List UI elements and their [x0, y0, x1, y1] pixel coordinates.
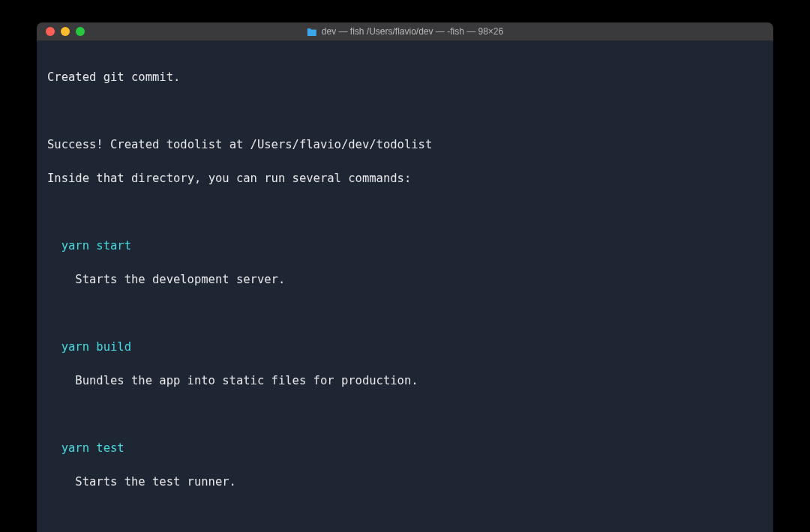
text: Bundles the app into static files for pr… [75, 374, 418, 387]
maximize-button[interactable] [76, 27, 85, 36]
folder-icon [307, 28, 317, 36]
output-line: Inside that directory, you can run sever… [47, 170, 763, 187]
command-line: yarn test [47, 440, 763, 456]
text: Success! Created todolist at /Users/flav… [47, 138, 432, 151]
close-button[interactable] [46, 27, 55, 36]
blank-line [47, 305, 763, 321]
window-title: dev — fish /Users/flavio/dev — -fish — 9… [322, 26, 503, 37]
traffic-lights [46, 27, 85, 36]
description-line: Bundles the app into static files for pr… [47, 372, 763, 389]
minimize-button[interactable] [61, 27, 70, 36]
blank-line [47, 204, 763, 220]
blank-line [47, 507, 763, 524]
terminal-window: dev — fish /Users/flavio/dev — -fish — 9… [37, 22, 773, 532]
blank-line [47, 406, 763, 423]
terminal-body[interactable]: Created git commit. Success! Created tod… [37, 40, 773, 532]
command-line: yarn build [47, 339, 763, 355]
window-title-area: dev — fish /Users/flavio/dev — -fish — 9… [307, 26, 503, 37]
blank-line [47, 103, 763, 119]
command: yarn test [62, 441, 124, 455]
text: Inside that directory, you can run sever… [47, 172, 411, 185]
command: yarn build [62, 340, 131, 354]
command-line: yarn start [47, 238, 763, 254]
output-line: Created git commit. [47, 69, 763, 85]
description-line: Starts the development server. [47, 271, 763, 288]
description-line: Starts the test runner. [47, 474, 763, 490]
text: Created git commit. [47, 70, 180, 84]
titlebar[interactable]: dev — fish /Users/flavio/dev — -fish — 9… [37, 22, 773, 40]
output-line: Success! Created todolist at /Users/flav… [47, 136, 763, 153]
command: yarn start [62, 239, 131, 253]
text: Starts the test runner. [75, 475, 236, 489]
text: Starts the development server. [75, 273, 285, 286]
